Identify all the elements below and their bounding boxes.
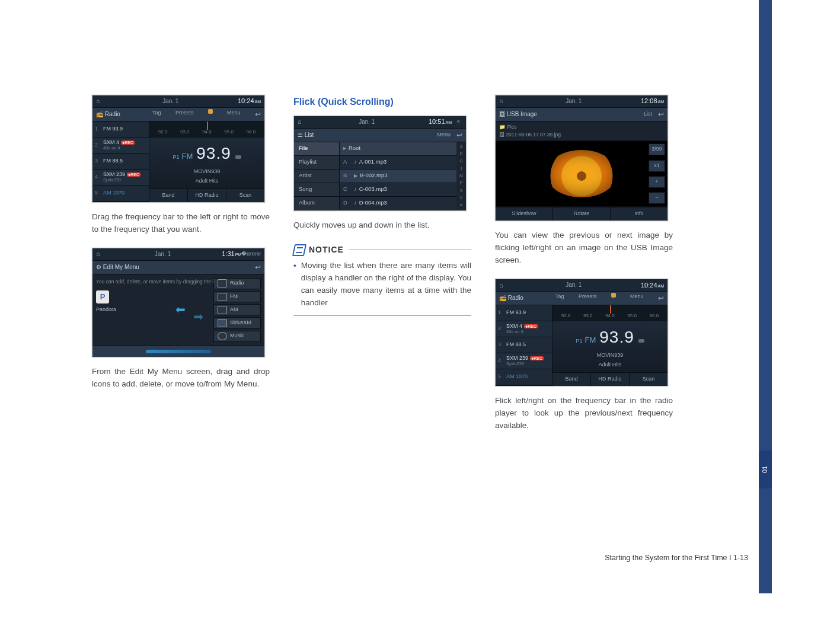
crumb-file: 2011-06-06 17.07.39.jpg xyxy=(506,132,561,138)
manual-page: 01 Jan. 1 10:24AM 📻 Radio Tag Presets Me… xyxy=(0,0,840,623)
flower-image xyxy=(546,150,617,197)
cat-playlist: Playlist xyxy=(294,156,339,170)
tab-tag: Tag xyxy=(152,109,161,120)
preset-1: 1FM 93.9 xyxy=(496,305,552,321)
emm-footer xyxy=(92,346,264,357)
now-preset: P1 xyxy=(173,154,179,160)
statusbar: Jan. 1 10:51AM ᯤ xyxy=(294,116,466,129)
image-viewer: 3/99 x1 + − xyxy=(496,141,667,207)
preset-2: 2SXM 4●REC40s on 4 xyxy=(92,138,149,154)
status-time: 10:24AM xyxy=(641,280,664,290)
btn-scan: Scan xyxy=(226,189,264,202)
column-2: Flick (Quick Scrolling) Jan. 1 10:51AM ᯤ… xyxy=(293,95,471,623)
usb-header: 🖼 USB Image List xyxy=(496,108,667,122)
preset-4: 4SXM 239●RECSprts239 xyxy=(92,170,149,186)
column-3: Jan. 1 12:08AM 🖼 USB Image List 📁 Pics 🖼… xyxy=(495,95,673,623)
note-icon xyxy=(354,158,359,167)
cat-song: Song xyxy=(294,183,339,197)
crumb-folder: Pics xyxy=(507,124,516,130)
preset-5: 5AM 1070 xyxy=(92,186,149,202)
screenshot-radio-flick: Jan. 1 10:24AM 📻 Radio Tag Presets Menu … xyxy=(495,279,668,386)
note-icon xyxy=(354,199,359,207)
station-name: MOVIN939 xyxy=(194,168,221,176)
btn-menu: Menu xyxy=(437,131,451,139)
frequency-bar: 92.0 93.0 94.0 95.0 96.0 xyxy=(552,305,667,321)
screen-title: List xyxy=(305,132,314,138)
now-frequency: 93.9 xyxy=(599,328,634,346)
hd-icon xyxy=(638,339,644,343)
viewer-side-controls: 3/99 x1 + − xyxy=(649,141,665,206)
music-icon xyxy=(218,332,227,340)
radio-main: 92.0 93.0 94.0 95.0 96.0 P1FM93.9 MOVIN9… xyxy=(149,122,264,202)
tick: 95.0 xyxy=(224,129,234,136)
tick: 96.0 xyxy=(650,312,659,320)
status-date: Jan. 1 xyxy=(305,117,429,127)
file-row: BB-002.mp3 xyxy=(340,170,456,183)
back-icon xyxy=(255,109,261,120)
tick: 96.0 xyxy=(247,129,256,136)
slot-music: Music xyxy=(213,331,261,342)
status-time: 10:51AM xyxy=(429,117,452,127)
btn-hdradio: HD Radio xyxy=(590,373,629,386)
rec-badge: ●REC xyxy=(121,140,135,145)
list-header: ☰ List Menu xyxy=(294,129,466,142)
file-row: AA-001.mp3 xyxy=(340,156,456,170)
station-genre: Adult Hits xyxy=(196,177,219,186)
back-icon xyxy=(658,109,664,120)
slot-radio: Radio xyxy=(213,278,261,289)
tab-tag: Tag xyxy=(555,293,564,304)
sxm-icon xyxy=(218,319,227,327)
heading-flick: Flick (Quick Scrolling) xyxy=(293,95,471,110)
home-icon xyxy=(499,280,507,290)
now-playing: P1FM93.9 MOVIN939 Adult Hits xyxy=(149,138,264,189)
caption-usb-flick: You can view the previous or next image … xyxy=(495,229,673,267)
home-icon xyxy=(96,249,104,259)
status-date: Jan. 1 xyxy=(104,250,222,259)
caption-radio-flick: Flick left/right on the frequency bar in… xyxy=(495,395,673,432)
radio-body: 1FM 93.9 2SXM 4●REC40s on 4 3FM 88.5 4SX… xyxy=(92,122,264,202)
chapter-tab: 01 xyxy=(759,451,772,488)
statusbar: Jan. 1 10:24AM xyxy=(496,279,667,292)
am-icon xyxy=(218,306,227,314)
now-preset: P1 xyxy=(576,338,582,344)
side-stripe xyxy=(759,0,772,593)
zoom-in-icon: + xyxy=(649,176,665,188)
screen-title: Edit My Menu xyxy=(103,264,139,270)
bullet-icon: • xyxy=(293,260,296,309)
tick: 93.0 xyxy=(180,129,190,136)
play-icon xyxy=(354,171,360,180)
statusbar: Jan. 1 1:31PM �ателе xyxy=(92,248,264,261)
notice-header: NOTICE xyxy=(293,244,471,257)
preset-5: 5AM 1070 xyxy=(496,369,552,385)
tick: 92.0 xyxy=(158,129,168,136)
hd-icon xyxy=(235,155,241,159)
home-icon xyxy=(499,96,507,106)
now-frequency: 93.9 xyxy=(196,144,231,162)
tick: 93.0 xyxy=(583,312,593,320)
column-1: Jan. 1 10:24AM 📻 Radio Tag Presets Menu … xyxy=(92,95,270,623)
screen-title: Radio xyxy=(508,295,523,301)
notice-text: Moving the list when there are many item… xyxy=(301,260,471,309)
back-icon xyxy=(658,293,664,304)
emm-target-list: Radio FM AM SiriusXM Music xyxy=(213,278,261,342)
tick: 92.0 xyxy=(561,312,571,320)
btn-slideshow: Slideshow xyxy=(496,207,552,221)
pandora-icon: P xyxy=(96,290,109,303)
tab-presets: Presets xyxy=(579,293,597,304)
list-categories: File Playlist Artist Song Album xyxy=(294,142,340,210)
page-footer: Starting the System for the First Time I… xyxy=(0,552,840,564)
screenshot-list-flick: Jan. 1 10:51AM ᯤ ☰ List Menu File Playli… xyxy=(293,116,467,211)
preset-2: 2SXM 4●REC40s on 4 xyxy=(496,321,552,337)
statusbar: Jan. 1 12:08AM xyxy=(496,95,667,108)
preset-1: 1FM 93.9 xyxy=(92,122,149,138)
rec-badge: ●REC xyxy=(127,172,140,177)
cat-album: Album xyxy=(294,197,339,210)
slot-siriusxm: SiriusXM xyxy=(213,317,261,328)
slot-fm: FM xyxy=(213,291,261,302)
zoom-out-icon: − xyxy=(649,192,665,204)
arrow-left-icon: ⬅ xyxy=(175,301,186,319)
fm-icon xyxy=(218,293,227,301)
wifi-icon: �ателе xyxy=(241,250,261,258)
status-date: Jan. 1 xyxy=(507,280,641,290)
emm-body: You can add, delete, or move items by dr… xyxy=(92,274,264,346)
